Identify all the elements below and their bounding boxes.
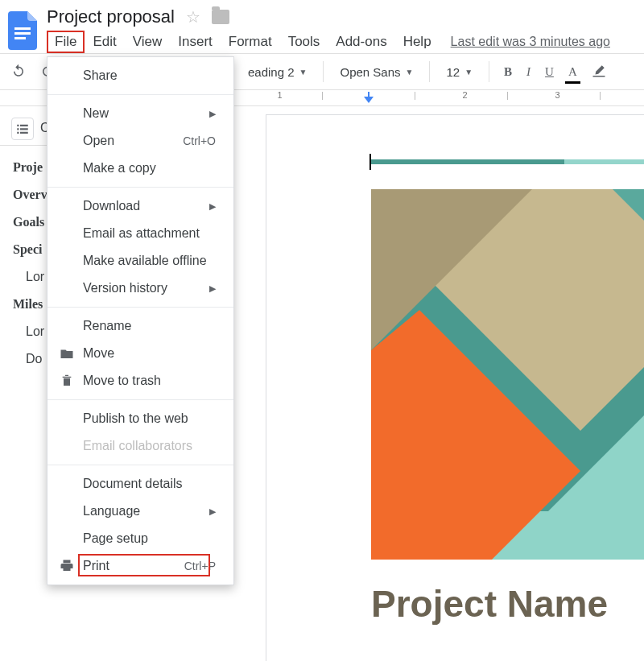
menu-shortcut: Ctrl+O — [183, 134, 216, 147]
dropdown-icon: ▼ — [464, 68, 473, 76]
menu-item-label: Move to trash — [83, 374, 216, 388]
menu-addons[interactable]: Add-ons — [328, 31, 394, 53]
ruler-tick-label: 3 — [555, 90, 556, 100]
menu-make-copy[interactable]: Make a copy — [47, 155, 233, 182]
menu-view[interactable]: View — [125, 31, 171, 53]
indent-marker[interactable] — [364, 97, 374, 103]
paragraph-style-dropdown[interactable]: eading 2▼ — [243, 65, 312, 79]
menu-open[interactable]: OpenCtrl+O — [47, 127, 233, 155]
last-edit-link[interactable]: Last edit was 3 minutes ago — [451, 35, 610, 49]
menu-page-setup[interactable]: Page setup — [47, 525, 233, 552]
menu-move-to-trash[interactable]: Move to trash — [47, 367, 233, 395]
menu-item-label: Email as attachment — [83, 226, 216, 241]
svg-rect-5 — [17, 128, 19, 130]
svg-rect-8 — [20, 132, 28, 134]
submenu-arrow-icon: ▶ — [209, 506, 216, 517]
ruler-tick-label: 2 — [463, 90, 464, 100]
svg-rect-3 — [17, 125, 19, 126]
menu-item-label: Rename — [83, 319, 216, 333]
font-label: Open Sans — [340, 65, 400, 79]
undo-icon[interactable] — [8, 60, 29, 84]
cover-image — [371, 189, 644, 560]
header-decorative-bar — [371, 159, 644, 164]
document-page[interactable]: Project Name — [266, 114, 644, 661]
menu-email-attachment[interactable]: Email as attachment — [47, 220, 233, 247]
print-icon — [59, 559, 75, 573]
menu-item-label: Document details — [83, 477, 216, 491]
svg-rect-1 — [14, 32, 31, 35]
svg-rect-2 — [14, 37, 26, 39]
menu-item-label: Page setup — [83, 531, 216, 546]
menu-item-label: Version history — [83, 281, 201, 295]
submenu-arrow-icon: ▶ — [209, 283, 216, 294]
font-size-label: 12 — [446, 65, 460, 79]
dropdown-icon: ▼ — [406, 68, 414, 76]
menu-item-label: Language — [83, 504, 201, 518]
menu-item-label: Email collaborators — [83, 439, 216, 453]
menu-tools[interactable]: Tools — [280, 31, 328, 53]
menu-version-history[interactable]: Version history▶ — [47, 275, 233, 302]
ruler-tick-label: 1 — [278, 90, 279, 100]
menu-item-label: Move — [83, 346, 216, 361]
menu-document-details[interactable]: Document details — [47, 470, 233, 498]
menu-item-label: Make a copy — [83, 161, 216, 176]
menu-language[interactable]: Language▶ — [47, 498, 233, 525]
move-folder-icon[interactable] — [212, 10, 229, 24]
submenu-arrow-icon: ▶ — [209, 109, 216, 119]
document-title[interactable]: Project proposal — [47, 6, 175, 27]
bold-button[interactable]: B — [501, 62, 515, 82]
menu-item-label: Print — [83, 559, 176, 573]
menubar: File Edit View Insert Format Tools Add-o… — [47, 31, 610, 53]
underline-button[interactable]: U — [542, 62, 557, 82]
menu-item-label: Make available offline — [83, 254, 216, 268]
docs-logo-icon[interactable] — [6, 6, 39, 50]
menu-shortcut: Ctrl+P — [184, 560, 216, 572]
star-icon[interactable]: ☆ — [186, 7, 200, 27]
svg-rect-0 — [14, 27, 31, 30]
menu-publish-web[interactable]: Publish to the web — [47, 405, 233, 432]
svg-rect-7 — [17, 132, 19, 134]
menu-available-offline[interactable]: Make available offline — [47, 247, 233, 275]
menu-item-label: Share — [83, 68, 216, 83]
menu-insert[interactable]: Insert — [170, 31, 221, 53]
text-color-button[interactable]: A — [565, 62, 580, 82]
menu-move[interactable]: Move — [47, 340, 233, 367]
svg-rect-6 — [20, 128, 28, 130]
menu-download[interactable]: Download▶ — [47, 192, 233, 220]
file-menu-dropdown: Share New▶ OpenCtrl+O Make a copy Downlo… — [47, 56, 234, 585]
menu-edit[interactable]: Edit — [85, 31, 124, 53]
folder-move-icon — [59, 347, 75, 360]
font-dropdown[interactable]: Open Sans▼ — [335, 65, 418, 79]
highlight-button[interactable] — [588, 60, 609, 84]
trash-icon — [59, 374, 75, 388]
menu-help[interactable]: Help — [395, 31, 440, 53]
menu-format[interactable]: Format — [221, 31, 280, 53]
dropdown-icon: ▼ — [299, 68, 308, 76]
document-heading[interactable]: Project Name — [371, 582, 608, 626]
italic-button[interactable]: I — [523, 62, 534, 82]
menu-share[interactable]: Share — [47, 62, 233, 89]
submenu-arrow-icon: ▶ — [209, 201, 216, 212]
menu-item-label: Open — [83, 134, 175, 148]
menu-item-label: Download — [83, 199, 201, 213]
menu-email-collaborators: Email collaborators — [47, 432, 233, 460]
font-size-dropdown[interactable]: 12▼ — [441, 65, 477, 79]
outline-toggle-icon[interactable] — [11, 118, 34, 140]
menu-print[interactable]: Print Ctrl+P — [47, 552, 233, 580]
menu-file[interactable]: File — [47, 31, 85, 53]
menu-item-label: Publish to the web — [83, 411, 216, 426]
paragraph-style-label: eading 2 — [248, 65, 295, 79]
svg-rect-4 — [20, 125, 28, 126]
menu-item-label: New — [83, 106, 201, 121]
menu-new[interactable]: New▶ — [47, 100, 233, 127]
menu-rename[interactable]: Rename — [47, 312, 233, 340]
